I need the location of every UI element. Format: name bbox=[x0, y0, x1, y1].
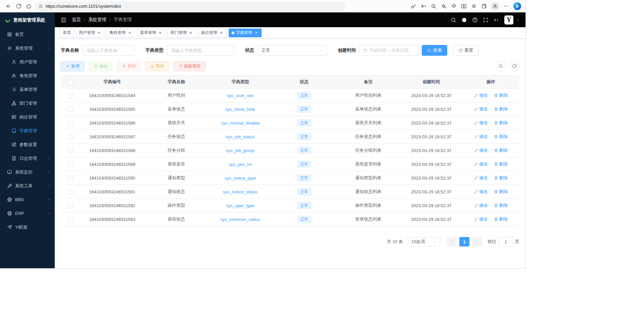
tab-close-icon[interactable]: × bbox=[97, 31, 101, 35]
read-aloud-icon[interactable]: A bbox=[421, 3, 426, 9]
sidebar-item-用户管理[interactable]: 用户管理 bbox=[0, 55, 55, 69]
row-checkbox[interactable] bbox=[68, 176, 73, 181]
row-checkbox[interactable] bbox=[68, 190, 73, 194]
dict-type-link[interactable]: sys_notice_type bbox=[225, 176, 256, 181]
row-delete-button[interactable]: 删除 bbox=[494, 106, 508, 112]
row-checkbox[interactable] bbox=[68, 203, 73, 208]
dict-type-link[interactable]: sys_show_hide bbox=[225, 107, 255, 112]
row-edit-button[interactable]: 修改 bbox=[474, 175, 488, 181]
tab-菜单管理[interactable]: 菜单管理× bbox=[137, 29, 166, 37]
toggle-search-button[interactable] bbox=[496, 61, 506, 71]
dict-type-link[interactable]: sys_notice_status bbox=[223, 189, 258, 194]
collections-icon[interactable] bbox=[481, 3, 487, 9]
row-checkbox[interactable] bbox=[68, 135, 73, 139]
address-bar[interactable]: https://ccnetcore.com:1101/system/dict bbox=[35, 2, 346, 11]
header-search-icon[interactable] bbox=[451, 17, 456, 23]
row-delete-button[interactable]: 删除 bbox=[494, 92, 508, 98]
sidebar-item-BBS[interactable]: BBS bbox=[0, 193, 55, 206]
dict-type-link[interactable]: sys_job_status bbox=[226, 134, 255, 139]
dict-type-link[interactable]: sys_oper_type bbox=[226, 203, 255, 208]
row-delete-button[interactable]: 删除 bbox=[494, 147, 508, 153]
prev-page-button[interactable] bbox=[447, 237, 457, 246]
tab-岗位管理[interactable]: 岗位管理× bbox=[198, 29, 227, 37]
refresh-table-button[interactable] bbox=[509, 61, 519, 71]
sidebar-item-首页[interactable]: 首页 bbox=[0, 28, 55, 41]
goto-page-input[interactable] bbox=[499, 237, 513, 246]
dict-name-input[interactable] bbox=[83, 45, 134, 56]
tab-首页[interactable]: 首页 bbox=[60, 29, 74, 37]
breadcrumb-item[interactable]: 系统管理 bbox=[88, 17, 106, 23]
sidebar-item-系统监控[interactable]: 系统监控 bbox=[0, 165, 55, 179]
breadcrumb-item[interactable]: 首页 bbox=[72, 17, 81, 23]
sidebar-item-Yi框架[interactable]: Yi框架 bbox=[0, 220, 55, 234]
sidebar-item-日志管理[interactable]: 日志管理 bbox=[0, 151, 55, 165]
row-checkbox[interactable] bbox=[68, 217, 73, 222]
sidebar-item-参数设置[interactable]: 参数设置 bbox=[0, 138, 55, 151]
delete-button[interactable]: 删除 bbox=[117, 61, 141, 71]
browser-profile-avatar[interactable] bbox=[491, 2, 499, 10]
font-size-icon[interactable]: TT bbox=[494, 17, 499, 23]
browser-menu-icon[interactable] bbox=[503, 3, 509, 9]
split-screen-icon[interactable] bbox=[461, 3, 467, 9]
row-edit-button[interactable]: 修改 bbox=[474, 92, 488, 98]
bing-icon[interactable]: b bbox=[513, 2, 521, 10]
sidebar-item-菜单管理[interactable]: 菜单管理 bbox=[0, 83, 55, 96]
row-checkbox[interactable] bbox=[68, 148, 73, 153]
sidebar-item-系统工具[interactable]: 系统工具 bbox=[0, 179, 55, 193]
row-edit-button[interactable]: 修改 bbox=[474, 134, 488, 140]
sidebar-item-角色管理[interactable]: 角色管理 bbox=[0, 69, 55, 83]
tab-用户管理[interactable]: 用户管理× bbox=[76, 29, 104, 37]
tab-close-icon[interactable]: × bbox=[188, 31, 193, 35]
tab-close-icon[interactable]: × bbox=[254, 31, 259, 35]
tab-close-icon[interactable]: × bbox=[127, 31, 132, 35]
tab-close-icon[interactable]: × bbox=[219, 31, 224, 35]
tab-角色管理[interactable]: 角色管理× bbox=[106, 29, 135, 37]
tab-部门管理[interactable]: 部门管理× bbox=[168, 29, 196, 37]
create-time-range[interactable]: 开始日期 - 结束日期 bbox=[360, 45, 419, 56]
row-edit-button[interactable]: 修改 bbox=[474, 106, 488, 112]
add-favorite-icon[interactable] bbox=[441, 3, 447, 9]
favorites-bar-icon[interactable] bbox=[471, 3, 477, 9]
sidebar-item-部门管理[interactable]: 部门管理 bbox=[0, 96, 55, 110]
select-all-checkbox[interactable] bbox=[68, 80, 73, 85]
dict-type-link[interactable]: sys_normal_disable bbox=[221, 121, 260, 126]
dict-type-link[interactable]: sys_job_group bbox=[226, 148, 255, 153]
help-icon[interactable] bbox=[472, 17, 478, 23]
reset-button[interactable]: 重置 bbox=[453, 45, 478, 56]
page-size-select[interactable]: 10条/页 bbox=[408, 237, 440, 246]
dict-type-link[interactable]: sys_user_sex bbox=[227, 93, 254, 98]
row-edit-button[interactable]: 修改 bbox=[474, 147, 488, 153]
github-icon[interactable] bbox=[461, 17, 467, 23]
next-page-button[interactable] bbox=[472, 237, 482, 246]
status-select[interactable]: 正常 bbox=[258, 45, 327, 56]
sidebar-item-ERP[interactable]: ERP bbox=[0, 206, 55, 220]
row-delete-button[interactable]: 删除 bbox=[494, 202, 508, 208]
edit-button[interactable]: 修改 bbox=[89, 61, 112, 71]
password-key-icon[interactable] bbox=[411, 3, 416, 9]
row-checkbox[interactable] bbox=[68, 121, 73, 126]
dict-type-input[interactable] bbox=[167, 45, 234, 56]
current-page[interactable]: 1 bbox=[459, 237, 469, 246]
sidebar-item-岗位管理[interactable]: 岗位管理 bbox=[0, 110, 55, 124]
refresh-cache-button[interactable]: 刷新缓存 bbox=[174, 61, 205, 71]
fullscreen-icon[interactable] bbox=[483, 17, 489, 23]
tab-字典管理[interactable]: 字典管理× bbox=[229, 29, 262, 37]
sidebar-item-字典管理[interactable]: 字典管理 bbox=[0, 124, 55, 138]
browser-home-button[interactable] bbox=[24, 1, 34, 11]
tab-close-icon[interactable]: × bbox=[158, 31, 163, 35]
add-button[interactable]: 新增 bbox=[61, 61, 84, 71]
sidebar-item-系统管理[interactable]: 系统管理 bbox=[0, 41, 55, 55]
app-logo[interactable]: 意框架管理系统 bbox=[0, 12, 55, 28]
row-delete-button[interactable]: 删除 bbox=[494, 161, 508, 167]
row-delete-button[interactable]: 删除 bbox=[494, 134, 508, 140]
row-delete-button[interactable]: 删除 bbox=[494, 120, 508, 126]
row-checkbox[interactable] bbox=[68, 107, 73, 112]
search-button[interactable]: 搜索 bbox=[422, 45, 447, 56]
browser-back-button[interactable] bbox=[3, 1, 13, 11]
dict-type-link[interactable]: sys_yes_no bbox=[229, 162, 252, 167]
dict-type-link[interactable]: sys_common_status bbox=[220, 217, 260, 222]
user-avatar[interactable]: Y bbox=[504, 15, 513, 25]
row-edit-button[interactable]: 修改 bbox=[474, 189, 488, 195]
row-edit-button[interactable]: 修改 bbox=[474, 216, 488, 222]
row-edit-button[interactable]: 修改 bbox=[474, 120, 488, 126]
